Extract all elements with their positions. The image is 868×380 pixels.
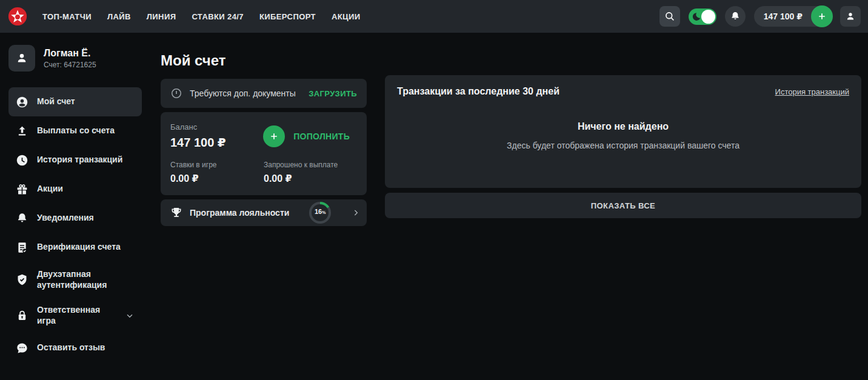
nav-esports[interactable]: КИБЕРСПОРТ [259,12,316,21]
transaction-history-link[interactable]: История транзакций [775,87,849,96]
requested-payout-value: 0.00 ₽ [264,173,357,184]
documents-required-card: Требуются доп. документы ЗАГРУЗИТЬ [161,79,367,108]
lock-icon [16,309,28,322]
upload-documents-button[interactable]: ЗАГРУЗИТЬ [309,89,357,98]
theme-toggle[interactable] [689,8,716,25]
nav-top-matches[interactable]: ТОП-МАТЧИ [42,12,92,21]
chat-bubble-icon [16,342,28,355]
trophy-icon [170,207,182,219]
sidebar-item-notifications[interactable]: Уведомления [8,204,142,233]
balance-pill[interactable]: 147 100 ₽ [754,6,832,27]
loyalty-progress-ring: 16 % [309,202,331,224]
sidebar-item-payouts[interactable]: Выплаты со счета [8,116,142,145]
sidebar-item-label: Верификация счета [37,242,121,253]
sidebar-item-transaction-history[interactable]: История транзакций [8,145,142,175]
sidebar-item-label: Ответственная игра [37,305,116,326]
transactions-panel: Транзакции за последние 30 дней История … [385,75,861,188]
moon-icon [691,12,701,22]
balance-value: 147 100 ₽ [170,135,226,150]
notifications-button[interactable] [725,6,746,27]
main-nav: ТОП-МАТЧИ ЛАЙВ ЛИНИЯ СТАВКИ 24/7 КИБЕРСП… [42,12,360,21]
bell-icon [16,212,28,225]
sidebar-item-feedback[interactable]: Оставить отзыв [8,333,142,362]
sidebar-item-label: Двухэтапная аутентификация [37,269,135,290]
in-play-label: Ставки в игре [170,161,264,169]
empty-state-subtitle: Здесь будет отображена история транзакци… [397,141,849,150]
search-icon [664,10,676,22]
loyalty-program-card[interactable]: Программа лояльности 16 % [161,199,367,226]
nav-promos[interactable]: АКЦИИ [332,12,361,21]
loyalty-program-title: Программа лояльности [190,208,289,218]
bell-icon [730,11,741,22]
search-button[interactable] [659,6,680,27]
chevron-right-icon [351,208,361,218]
sidebar-item-label: Мой счет [37,96,75,107]
avatar [8,45,35,72]
sidebar-item-label: История транзакций [37,155,122,165]
sidebar-item-responsible-gaming[interactable]: Ответственная игра [8,298,142,333]
nav-bets-247[interactable]: СТАВКИ 24/7 [192,12,244,21]
user-account-number: Счет: 64721625 [44,61,96,69]
warning-icon [170,87,182,99]
header-balance-value: 147 100 ₽ [764,12,803,21]
upload-icon [16,125,28,138]
toggle-knob [701,10,715,24]
in-play-value: 0.00 ₽ [170,173,264,184]
user-icon [845,11,856,22]
sidebar-item-verification[interactable]: Верификация счета [8,233,142,262]
gift-icon [16,183,28,196]
sidebar-menu: Мой счет Выплаты со счета История транза… [0,87,150,362]
chevron-down-icon [125,311,135,321]
shield-check-icon [16,273,28,286]
account-circle-icon [16,96,28,108]
show-all-button[interactable]: ПОКАЗАТЬ ВСЕ [385,193,861,218]
sidebar-item-label: Акции [37,184,63,195]
topup-button[interactable]: ПОПОЛНИТЬ [263,125,350,147]
profile-button[interactable] [840,6,861,27]
sidebar-item-two-factor[interactable]: Двухэтапная аутентификация [8,262,142,298]
plus-icon [263,125,285,147]
sidebar-item-label: Уведомления [37,213,94,224]
transactions-empty-state: Ничего не найдено Здесь будет отображена… [397,121,849,150]
user-name: Логман Ё. [44,48,96,59]
brand-logo-icon[interactable] [7,6,28,27]
nav-live[interactable]: ЛАЙВ [107,12,131,21]
document-check-icon [16,241,28,254]
topup-label: ПОПОЛНИТЬ [293,132,350,141]
empty-state-title: Ничего не найдено [397,121,849,132]
user-block: Логман Ё. Счет: 64721625 [0,45,150,74]
sidebar-item-promos[interactable]: Акции [8,175,142,204]
page-title: Мой счет [161,52,367,69]
header-controls: 147 100 ₽ [659,6,861,27]
transactions-title: Транзакции за последние 30 дней [397,86,559,97]
deposit-button[interactable] [811,5,833,27]
sidebar-item-label: Оставить отзыв [37,342,105,353]
documents-required-text: Требуются доп. документы [190,88,296,98]
balance-label: Баланс [170,122,226,132]
sidebar-item-my-account[interactable]: Мой счет [8,87,142,116]
balance-card: Баланс 147 100 ₽ ПОПОЛНИТЬ Ст [161,112,367,195]
loyalty-progress-unit: % [322,210,326,215]
requested-payout-label: Запрошено к выплате [264,161,357,169]
show-all-label: ПОКАЗАТЬ ВСЕ [591,201,655,210]
clock-icon [16,154,28,167]
loyalty-progress-value: 16 [315,208,322,215]
nav-line[interactable]: ЛИНИЯ [147,12,176,21]
top-bar: ТОП-МАТЧИ ЛАЙВ ЛИНИЯ СТАВКИ 24/7 КИБЕРСП… [0,0,868,33]
sidebar: Логман Ё. Счет: 64721625 Мой счет [0,33,150,380]
sidebar-item-label: Выплаты со счета [37,125,115,136]
